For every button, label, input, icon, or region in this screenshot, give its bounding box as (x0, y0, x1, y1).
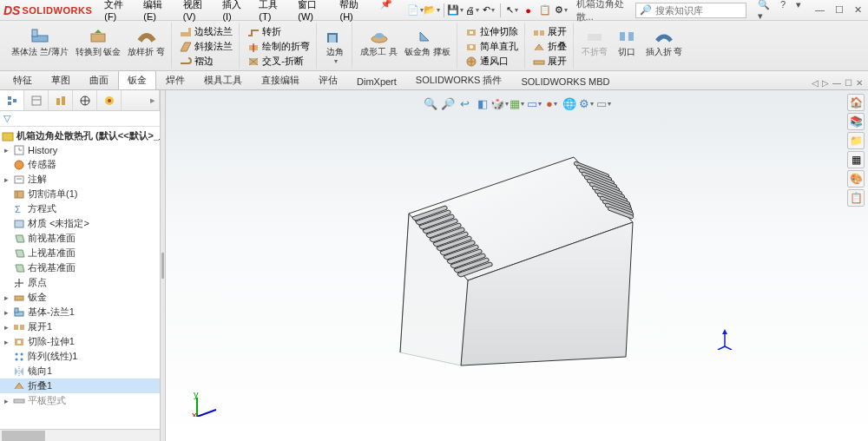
previous-view-icon[interactable]: ↩ (457, 95, 473, 111)
doc-minimize-icon[interactable]: — (832, 78, 841, 88)
tab-addins[interactable]: SOLIDWORKS 插件 (406, 70, 512, 89)
render-tools-icon[interactable]: ▭▾ (596, 95, 612, 111)
resources-tab-icon[interactable]: 🏠 (847, 94, 865, 111)
tab-sketch[interactable]: 草图 (42, 70, 80, 89)
base-flange-button[interactable]: 基体法 兰/薄片 (9, 24, 71, 57)
expand-icon[interactable]: ▸ (2, 175, 10, 184)
vent-button[interactable]: 通风口 (463, 54, 521, 69)
tree-item[interactable]: ▸平板型式 (0, 393, 160, 408)
panel-expand-icon[interactable]: ▸ (122, 90, 160, 110)
expand-icon[interactable]: ▸ (2, 308, 10, 317)
expand-icon[interactable]: ▸ (2, 338, 10, 346)
rip-button[interactable]: 切口 (614, 24, 640, 57)
convert-sheetmetal-button[interactable]: 转换到 钣金 (73, 24, 124, 57)
zoom-area-icon[interactable]: 🔎 (440, 95, 456, 111)
cross-break-button[interactable]: 交叉-折断 (245, 54, 312, 69)
tab-dimxpert[interactable]: DimXpert (347, 73, 406, 89)
tree-item[interactable]: ▸展开1 (0, 319, 160, 334)
undo-icon[interactable]: ↶▾ (481, 3, 496, 18)
graphics-viewport[interactable]: 🔍 🔎 ↩ ◧ 🎲▾ ▦▾ ▭▾ ●▾ 🌐 ⚙▾ ▭▾ 🏠 📚 📁 ▦ 🎨 📋 (166, 90, 868, 441)
tab-moldtools[interactable]: 模具工具 (194, 70, 252, 89)
tree-item[interactable]: 切割清单(1) (0, 187, 160, 201)
corner-button[interactable]: 边角▾ (322, 24, 348, 66)
fold-button[interactable]: 折叠 (530, 39, 569, 54)
property-manager-tab-icon[interactable] (24, 90, 49, 110)
tree-item[interactable]: Σ方程式 (0, 201, 160, 216)
tree-item[interactable]: 阵列(线性)1 (0, 349, 160, 364)
tab-surface[interactable]: 曲面 (80, 70, 118, 89)
help-icon[interactable]: ? (778, 0, 788, 22)
miter-flange-button[interactable]: 斜接法兰 (177, 39, 235, 54)
tree-item[interactable]: ▸注解 (0, 172, 160, 187)
rebuild-icon[interactable]: ● (521, 3, 536, 18)
search-input[interactable] (655, 5, 742, 16)
extruded-cut-button[interactable]: 拉伸切除 (463, 24, 521, 39)
new-doc-icon[interactable]: 📄▾ (408, 3, 424, 18)
doc-close-icon[interactable]: ✕ (856, 78, 863, 88)
edge-flange-button[interactable]: 边线法兰 (177, 24, 235, 39)
view-settings-icon[interactable]: ⚙▾ (579, 95, 595, 111)
expand-icon[interactable]: ▸ (2, 293, 10, 302)
menu-edit[interactable]: 编辑(E) (138, 0, 176, 23)
tree-item[interactable]: 材质 <未指定> (0, 216, 160, 231)
search-box[interactable]: 🔎 (635, 3, 746, 18)
tree-item[interactable]: ▸切除-拉伸1 (0, 334, 160, 349)
expand-icon[interactable]: ▸ (2, 323, 10, 332)
unfold-button[interactable]: 展开 (530, 24, 569, 39)
tree-item[interactable]: 上视基准面 (0, 246, 160, 260)
menu-insert[interactable]: 插入(I) (217, 0, 252, 23)
flatten-button[interactable]: 展开 (530, 54, 569, 69)
edit-appearance-icon[interactable]: ●▾ (544, 95, 560, 111)
tree-item[interactable]: 原点 (0, 275, 160, 290)
forming-tool-button[interactable]: 成形工 具 (358, 24, 400, 57)
menu-file[interactable]: 文件(F) (99, 0, 136, 23)
simple-hole-button[interactable]: 简单直孔 (463, 39, 521, 54)
menu-view[interactable]: 视图(V) (178, 0, 216, 23)
appearances-tab-icon[interactable]: 🎨 (847, 170, 865, 188)
design-library-tab-icon[interactable]: 📚 (847, 113, 865, 130)
open-icon[interactable]: 📂▾ (424, 3, 440, 18)
tree-item[interactable]: ▸基体-法兰1 (0, 305, 160, 319)
hide-show-icon[interactable]: ▭▾ (527, 95, 542, 111)
select-icon[interactable]: ↖▾ (504, 3, 520, 18)
display-style-icon[interactable]: ▦▾ (510, 95, 525, 111)
print-icon[interactable]: 🖨▾ (464, 3, 480, 18)
file-explorer-tab-icon[interactable]: 📁 (847, 132, 865, 149)
tab-directedit[interactable]: 直接编辑 (252, 70, 309, 89)
maximize-button[interactable]: ☐ (832, 4, 846, 16)
feature-tree[interactable]: 机箱边角处散热孔 (默认<<默认>_显示状 ▸History传感器▸注解切割清单… (0, 127, 160, 429)
horizontal-scrollbar[interactable] (0, 429, 160, 441)
expand-icon[interactable]: ▸ (2, 397, 10, 405)
lofted-bend-button[interactable]: 放样折 弯 (125, 24, 168, 57)
menu-tools[interactable]: 工具(T) (253, 0, 291, 23)
tree-item[interactable]: 右视基准面 (0, 260, 160, 275)
close-button[interactable]: ✕ (852, 4, 865, 16)
dimxpert-tab-icon[interactable] (73, 90, 97, 110)
tree-item[interactable]: 传感器 (0, 157, 160, 172)
section-view-icon[interactable]: ◧ (475, 95, 490, 111)
doc-next-icon[interactable]: ▷ (822, 78, 829, 88)
minimize-button[interactable]: — (812, 4, 827, 16)
view-palette-tab-icon[interactable]: ▦ (847, 151, 865, 168)
search-dropdown-icon[interactable]: 🔍▾ (755, 0, 773, 22)
zoom-fit-icon[interactable]: 🔍 (423, 95, 438, 111)
help-dropdown-icon[interactable]: ▾ (793, 0, 804, 22)
save-icon[interactable]: 💾▾ (448, 3, 464, 18)
tree-item[interactable]: 镜向1 (0, 364, 160, 378)
tab-weldments[interactable]: 焊件 (156, 70, 194, 89)
tree-item[interactable]: ▸钣金 (0, 290, 160, 305)
doc-prev-icon[interactable]: ◁ (812, 78, 819, 88)
doc-maximize-icon[interactable]: ☐ (845, 78, 852, 88)
expand-icon[interactable]: ▸ (2, 146, 10, 155)
tab-mbd[interactable]: SOLIDWORKS MBD (511, 73, 619, 89)
options-doc-icon[interactable]: 📋 (537, 3, 553, 18)
hem-button[interactable]: 褶边 (177, 54, 235, 69)
view-orientation-icon[interactable]: 🎲▾ (492, 95, 508, 111)
tree-item[interactable]: 前视基准面 (0, 231, 160, 246)
menu-window[interactable]: 窗口(W) (293, 0, 332, 23)
tab-evaluate[interactable]: 评估 (309, 70, 347, 89)
feature-tree-tab-icon[interactable] (0, 90, 24, 110)
apply-scene-icon[interactable]: 🌐 (562, 95, 577, 111)
insert-bends-button[interactable]: 插入折 弯 (643, 24, 686, 57)
tree-item[interactable]: ▸History (0, 143, 160, 157)
